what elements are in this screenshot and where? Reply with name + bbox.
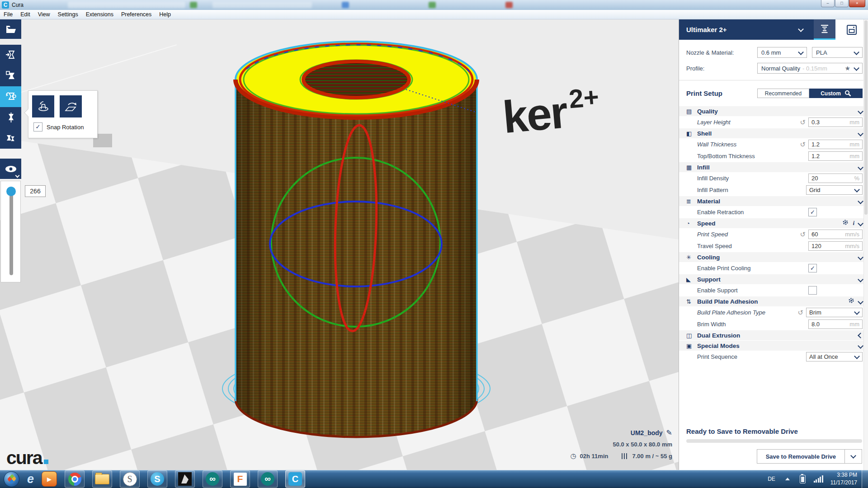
category-speed[interactable]: ◔Speedi	[679, 218, 868, 228]
layer-slider-handle[interactable]	[6, 187, 16, 196]
menu-preferences[interactable]: Preferences	[121, 11, 151, 18]
enable-print-cooling-checkbox[interactable]: ✓	[808, 264, 817, 272]
taskbar-wmp-icon[interactable]: ▶	[42, 470, 57, 488]
setting-enable-print-cooling[interactable]: Enable Print Cooling✓	[679, 262, 868, 274]
tab-recommended[interactable]: Recommended	[757, 89, 809, 98]
menu-view[interactable]: View	[38, 11, 50, 18]
setting-build-plate-adhesion-type[interactable]: Build Plate Adhesion Type↺Brim	[679, 306, 868, 318]
build-plate-adhesion-type-dropdown[interactable]: Brim	[806, 308, 863, 317]
category-support[interactable]: ◣Support	[679, 274, 868, 284]
lay-flat-button[interactable]	[60, 95, 82, 117]
tool-view-mode[interactable]	[0, 159, 21, 179]
solid-view-button[interactable]	[846, 24, 857, 35]
scrollbar-thumb[interactable]	[864, 20, 868, 215]
layer-height-field[interactable]: 0.3mm	[808, 117, 863, 127]
layer-slider[interactable]	[0, 181, 21, 282]
search-icon[interactable]	[844, 90, 851, 97]
sliced-model-render[interactable]	[0, 19, 679, 470]
category-cooling[interactable]: ✳Cooling	[679, 252, 868, 262]
battery-icon[interactable]	[800, 475, 806, 483]
menu-edit[interactable]: Edit	[20, 11, 30, 18]
material-dropdown[interactable]: PLA	[812, 47, 863, 58]
taskbar-cura-icon[interactable]: C	[285, 470, 305, 488]
setting-brim-width[interactable]: Brim Width8.0mm	[679, 318, 868, 330]
tool-per-model-settings[interactable]	[0, 128, 21, 149]
revert-icon[interactable]: ↺	[800, 141, 806, 148]
taskbar-arduino-icon[interactable]: ∞	[203, 470, 222, 488]
setting-infill-density[interactable]: Infill Density20%	[679, 172, 868, 184]
revert-icon[interactable]: ↺	[800, 231, 806, 238]
infill-density-field[interactable]: 20%	[808, 174, 863, 183]
language-indicator[interactable]: DE	[768, 476, 775, 482]
save-to-removable-drive-button[interactable]: Save to Removable Drive	[757, 449, 862, 464]
setting-infill-pattern[interactable]: Infill PatternGrid	[679, 184, 868, 196]
close-button[interactable]: ×	[849, 0, 865, 7]
category-shell[interactable]: ◧Shell	[679, 128, 868, 138]
snap-rotation-checkbox[interactable]: ✓	[33, 122, 42, 131]
taskbar-fusion-icon[interactable]: F	[230, 470, 250, 488]
menu-settings[interactable]: Settings	[58, 11, 78, 18]
machine-selector[interactable]: Ultimaker 2+	[679, 19, 835, 40]
setting-enable-support[interactable]: Enable Support	[679, 284, 868, 296]
tool-move[interactable]	[0, 45, 21, 66]
category-dual-extrusion[interactable]: ◫Dual Extrusion	[679, 330, 868, 340]
category-build-plate-adhesion[interactable]: ⇅Build Plate Adhesion	[679, 296, 868, 306]
brim-width-field[interactable]: 8.0mm	[808, 319, 863, 329]
taskbar-explorer-icon[interactable]	[92, 470, 112, 488]
clock[interactable]: 3:38 PM 11/17/2017	[830, 471, 857, 487]
setting-print-sequence[interactable]: Print SequenceAll at Once	[679, 351, 868, 362]
taskbar-s-app-icon[interactable]: S	[120, 470, 140, 488]
tool-rotate[interactable]	[0, 86, 21, 107]
print-sequence-dropdown[interactable]: All at Once	[806, 352, 863, 361]
setting-travel-speed[interactable]: Travel Speed120mm/s	[679, 240, 868, 252]
wall-thickness-field[interactable]: 1.2mm	[808, 140, 863, 149]
nozzle-dropdown[interactable]: 0.6 mm	[757, 47, 807, 58]
setting-layer-height[interactable]: Layer Height↺0.3mm	[679, 116, 868, 128]
taskbar-ie-icon[interactable]: e	[27, 470, 34, 488]
enable-support-checkbox[interactable]	[808, 286, 817, 295]
rename-pencil-icon[interactable]: ✎	[666, 428, 672, 437]
3d-viewport[interactable]: ker2+	[0, 19, 679, 470]
star-icon[interactable]: ★	[844, 65, 850, 72]
revert-icon[interactable]: ↺	[797, 309, 803, 316]
infill-pattern-dropdown[interactable]: Grid	[806, 185, 863, 195]
network-signal-icon[interactable]	[814, 475, 823, 483]
gear-icon[interactable]	[848, 297, 854, 305]
save-options-chevron[interactable]	[844, 450, 862, 463]
layer-number-field[interactable]: 266	[25, 185, 46, 197]
top-bottom-thickness-field[interactable]: 1.2mm	[808, 151, 863, 161]
print-speed-field[interactable]: 60mm/s	[808, 230, 863, 239]
category-infill[interactable]: ▦Infill	[679, 162, 868, 172]
reset-rotation-button[interactable]	[32, 95, 54, 117]
menu-extensions[interactable]: Extensions	[86, 11, 113, 18]
travel-speed-field[interactable]: 120mm/s	[808, 241, 863, 251]
category-special-modes[interactable]: ▣Special Modes	[679, 340, 868, 351]
layer-slider-track[interactable]	[9, 195, 13, 275]
setting-top-bottom-thickness[interactable]: Top/Bottom Thickness1.2mm	[679, 150, 868, 162]
category-quality[interactable]: ▤Quality	[679, 106, 868, 116]
minimize-button[interactable]: –	[821, 0, 835, 7]
taskbar-arduino2-icon[interactable]: ∞	[258, 470, 278, 488]
taskbar-chrome-icon[interactable]	[65, 470, 85, 488]
maximize-button[interactable]: □	[835, 0, 849, 7]
info-icon[interactable]: i	[853, 220, 854, 227]
tool-scale[interactable]	[0, 66, 21, 86]
menu-help[interactable]: Help	[159, 11, 171, 18]
tray-expand-icon[interactable]	[785, 478, 790, 480]
setting-print-speed[interactable]: Print Speed↺60mm/s	[679, 228, 868, 240]
gear-icon[interactable]	[842, 219, 849, 227]
taskbar-start-icon[interactable]	[4, 470, 19, 488]
menu-file[interactable]: File	[4, 11, 13, 18]
enable-retraction-checkbox[interactable]: ✓	[808, 208, 817, 216]
taskbar-skype-icon[interactable]: S	[147, 470, 167, 488]
category-material[interactable]: ≣Material	[679, 196, 868, 206]
panel-scrollbar[interactable]	[863, 19, 868, 470]
profile-dropdown[interactable]: Normal Quality - 0.15mm ★	[757, 63, 863, 74]
tab-custom[interactable]: Custom	[809, 89, 863, 98]
show-desktop-button[interactable]	[862, 470, 868, 488]
setting-wall-thickness[interactable]: Wall Thickness↺1.2mm	[679, 138, 868, 150]
tool-mirror[interactable]	[0, 107, 21, 128]
tool-open-file[interactable]	[0, 19, 21, 39]
revert-icon[interactable]: ↺	[800, 119, 806, 126]
setting-enable-retraction[interactable]: Enable Retraction✓	[679, 206, 868, 218]
